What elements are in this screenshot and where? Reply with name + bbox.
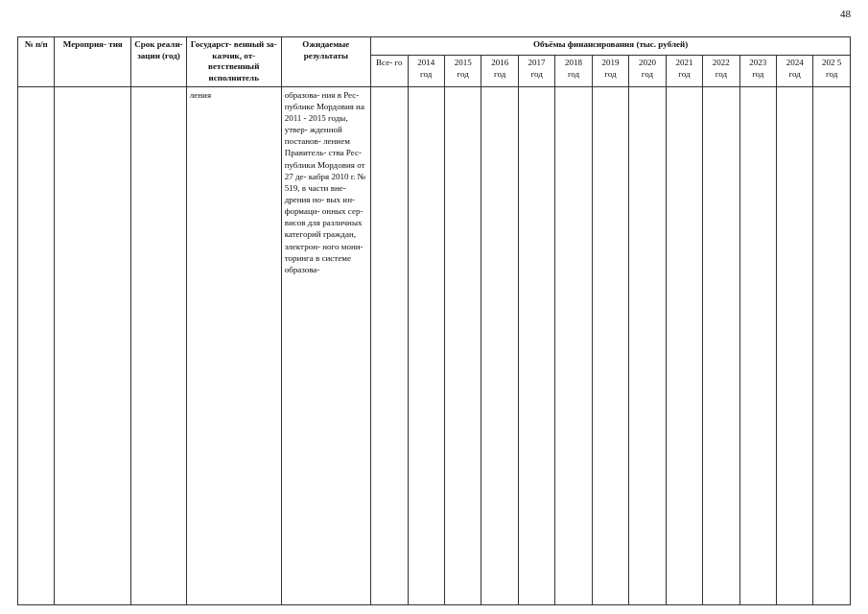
- header-2020: 2020 год: [629, 56, 666, 87]
- header-2015: 2015 год: [444, 56, 481, 87]
- header-2025: 202 5 год: [813, 56, 851, 87]
- header-2022: 2022 год: [703, 56, 739, 87]
- cell-2020: [629, 86, 666, 604]
- cell-event: [55, 86, 131, 604]
- cell-2015: [444, 86, 481, 604]
- cell-2017: [518, 86, 554, 604]
- header-event: Мероприя- тия: [55, 37, 131, 87]
- cell-state: ления: [186, 86, 281, 604]
- header-2021: 2021 год: [666, 56, 702, 87]
- header-2019: 2019 год: [592, 56, 628, 87]
- header-row-1: № п/п Мероприя- тия Срок реали- зации (г…: [18, 37, 851, 56]
- cell-2014: [408, 86, 444, 604]
- table-row: ления образова- ния в Рес- публике Мордо…: [18, 86, 851, 604]
- cell-2021: [666, 86, 702, 604]
- cell-2022: [703, 86, 739, 604]
- header-2014: 2014 год: [408, 56, 444, 87]
- cell-2024: [777, 86, 813, 604]
- header-2017: 2017 год: [518, 56, 554, 87]
- header-financing-group: Объёмы финансирования (тыс. рублей): [371, 37, 851, 56]
- header-expected: Ожидаемые результаты: [281, 37, 370, 87]
- cell-2023: [739, 86, 776, 604]
- cell-2016: [481, 86, 518, 604]
- cell-expected: образова- ния в Рес- публике Мордовия на…: [281, 86, 370, 604]
- header-period: Срок реали- зации (год): [131, 37, 187, 87]
- header-2016: 2016 год: [481, 56, 518, 87]
- header-state: Государст- венный за- казчик, от- ветств…: [186, 37, 281, 87]
- header-2023: 2023 год: [739, 56, 776, 87]
- cell-total: [371, 86, 408, 604]
- cell-2019: [592, 86, 628, 604]
- header-2024: 2024 год: [777, 56, 813, 87]
- cell-2025: [813, 86, 851, 604]
- cell-no: [18, 86, 55, 604]
- page: 48 № п/п Мероприя- тия Срок реали- зации…: [0, 0, 868, 614]
- cell-2018: [555, 86, 592, 604]
- header-total: Все- го: [371, 56, 408, 87]
- main-table: № п/п Мероприя- тия Срок реали- зации (г…: [17, 36, 851, 605]
- header-2018: 2018 год: [555, 56, 592, 87]
- cell-period: [131, 86, 187, 604]
- page-number: 48: [840, 8, 851, 19]
- header-no: № п/п: [18, 37, 55, 87]
